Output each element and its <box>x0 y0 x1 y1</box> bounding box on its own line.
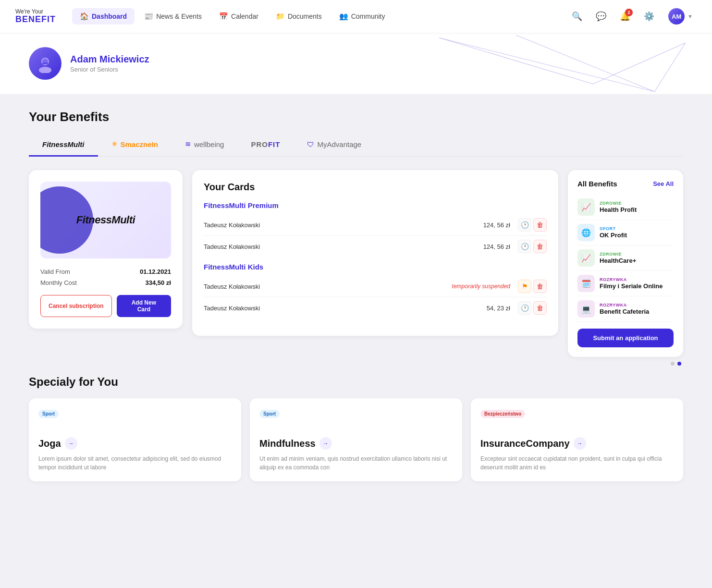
user-avatar-large <box>29 47 61 80</box>
specially-card-insurance: Bezpieczeństwo InsuranceCompany → Except… <box>471 398 683 481</box>
tab-myadvantage[interactable]: 🛡 MyAdvantage <box>294 135 375 157</box>
brand-logo[interactable]: We're Your BENEFIT <box>15 9 59 24</box>
specialty-badge-joga: Sport <box>38 410 59 418</box>
benefit-category: Sport <box>600 226 627 231</box>
benefit-name: Health Profit <box>600 206 637 213</box>
see-all-button[interactable]: See All <box>653 180 674 187</box>
nav-label-calendar: Calendar <box>231 12 258 20</box>
nav-links: 🏠 Dashboard 📰 News & Events 📅 Calendar 📁… <box>72 8 568 24</box>
specially-card-joga: Sport Joga → Lorem ipsum dolor sit amet,… <box>29 398 241 481</box>
delete-button[interactable]: 🗑 <box>533 301 547 315</box>
nav-label-documents: Documents <box>288 12 322 20</box>
card-group-premium-title: FitnessMulti Premium <box>204 201 547 209</box>
arrow-button-mindfulness[interactable]: → <box>319 437 332 450</box>
your-cards-title: Your Cards <box>204 182 547 193</box>
hero-banner: Adam Mickiewicz Senior of Seniors <box>0 33 712 94</box>
tab-profit[interactable]: PROFIT <box>237 135 294 157</box>
documents-icon: 📁 <box>276 12 285 21</box>
specialty-card-desc-mindfulness: Ut enim ad minim veniam, quis nostrud ex… <box>259 454 453 472</box>
arrow-button-joga[interactable]: → <box>65 437 77 450</box>
avatar: AM <box>668 8 685 24</box>
card-amount: 124, 56 zł <box>472 221 510 229</box>
benefit-category: Rozrywka <box>600 277 663 282</box>
specially-section: Specialy for You Sport Joga → Lorem ipsu… <box>29 375 683 481</box>
history-button[interactable]: 🕐 <box>518 218 531 232</box>
benefit-name: Benefit Cafeteria <box>600 308 649 315</box>
health-icon: 📈 <box>581 254 591 263</box>
benefit-item-info: Sport OK Profit <box>600 226 627 239</box>
card-meta: Valid From 01.12.2021 Monthly Cost 334,5… <box>40 268 171 286</box>
table-row: Tadeusz Kołakowski temporarily suspended… <box>204 276 547 297</box>
list-item: 📈 Zdrowie Health Profit <box>577 195 674 220</box>
cancel-subscription-button[interactable]: Cancel subscription <box>40 295 112 317</box>
calendar-icon: 🗓️ <box>581 279 591 288</box>
nav-item-dashboard[interactable]: 🏠 Dashboard <box>72 8 135 24</box>
fitness-card-name: FitnessMulti <box>76 214 135 226</box>
dot-1[interactable] <box>671 362 675 366</box>
nav-item-news[interactable]: 📰 News & Events <box>136 8 209 24</box>
history-button[interactable]: 🕐 <box>518 301 531 315</box>
nav-item-documents[interactable]: 📁 Documents <box>268 8 330 24</box>
tab-smacznein[interactable]: ✳ SmaczneIn <box>98 135 172 157</box>
calendar-icon: 📅 <box>219 12 228 21</box>
svg-point-6 <box>39 67 51 73</box>
benefits-title: Your Benefits <box>29 110 683 124</box>
dot-2[interactable] <box>677 362 681 366</box>
dashboard-icon: 🏠 <box>80 12 89 21</box>
search-button[interactable]: 🔍 <box>568 8 586 25</box>
nav-label-community: Community <box>351 12 385 20</box>
community-icon: 👥 <box>339 12 348 21</box>
monthly-cost-label: Monthly Cost <box>40 279 77 286</box>
suspend-button[interactable]: ⚑ <box>518 280 531 293</box>
list-item: 📈 Zdrowie HealthCare+ <box>577 245 674 271</box>
user-title: Senior of Seniors <box>70 66 149 73</box>
delete-button[interactable]: 🗑 <box>533 280 547 293</box>
card-group-kids: FitnessMulti Kids Tadeusz Kołakowski tem… <box>204 263 547 318</box>
card-monthly-cost-row: Monthly Cost 334,50 zł <box>40 279 171 286</box>
arrow-button-insurance[interactable]: → <box>574 437 586 450</box>
card-person-name: Tadeusz Kołakowski <box>204 243 472 250</box>
all-benefits-title: All Benefits <box>577 180 617 188</box>
notifications-button[interactable]: 🔔 2 <box>616 8 634 25</box>
specialty-card-title-joga: Joga → <box>38 437 232 450</box>
settings-button[interactable]: ⚙️ <box>640 8 658 25</box>
specialty-card-desc-insurance: Excepteur sint occaecat cupidatat non pr… <box>480 454 674 472</box>
laptop-icon: 💻 <box>581 305 591 314</box>
nav-item-calendar[interactable]: 📅 Calendar <box>211 8 266 24</box>
chart-icon: 📈 <box>581 203 591 212</box>
chat-button[interactable]: 💬 <box>592 8 610 25</box>
history-button[interactable]: 🕐 <box>518 240 531 253</box>
list-item: 🌐 Sport OK Profit <box>577 220 674 245</box>
brand-top: We're Your <box>15 9 59 15</box>
card-person-name: Tadeusz Kołakowski <box>204 305 472 312</box>
user-info: Adam Mickiewicz Senior of Seniors <box>70 54 149 73</box>
monthly-cost-value: 334,50 zł <box>146 279 172 286</box>
table-row: Tadeusz Kołakowski 54, 23 zł 🕐 🗑 <box>204 297 547 318</box>
specialty-badge-mindfulness: Sport <box>259 410 280 418</box>
user-avatar-button[interactable]: AM ▼ <box>664 6 697 26</box>
add-new-card-button[interactable]: Add New Card <box>117 295 171 317</box>
filmy-icon-wrap: 🗓️ <box>577 275 595 292</box>
tab-label-wellbeing: wellbeing <box>194 140 224 148</box>
benefit-category: Zdrowie <box>600 201 637 206</box>
chat-icon: 💬 <box>596 11 606 22</box>
sunburst-icon: ✳ <box>111 140 118 148</box>
news-icon: 📰 <box>144 12 153 21</box>
card-group-premium: FitnessMulti Premium Tadeusz Kołakowski … <box>204 201 547 257</box>
nav-item-community[interactable]: 👥 Community <box>331 8 393 24</box>
delete-button[interactable]: 🗑 <box>533 240 547 253</box>
specialty-card-title-insurance: InsuranceCompany → <box>480 437 674 450</box>
delete-button[interactable]: 🗑 <box>533 218 547 232</box>
benefit-category: Zdrowie <box>600 252 636 257</box>
tab-wellbeing[interactable]: ≋ wellbeing <box>172 135 238 157</box>
hero-user: Adam Mickiewicz Senior of Seniors <box>29 47 683 80</box>
card-valid-from-row: Valid From 01.12.2021 <box>40 268 171 275</box>
specialty-badge-insurance: Bezpieczeństwo <box>480 410 525 418</box>
benefit-item-info: Rozrywka Filmy i Seriale Online <box>600 277 663 290</box>
tab-label-myadvantage: MyAdvantage <box>317 140 361 148</box>
submit-application-button[interactable]: Submit an application <box>577 329 674 347</box>
tab-fitnessmulti[interactable]: FitnessMulti <box>29 135 98 157</box>
cafeteria-icon-wrap: 💻 <box>577 300 595 318</box>
tab-label-smacznein: SmaczneIn <box>121 140 158 148</box>
list-item: 💻 Rozrywka Benefit Cafeteria <box>577 296 674 322</box>
